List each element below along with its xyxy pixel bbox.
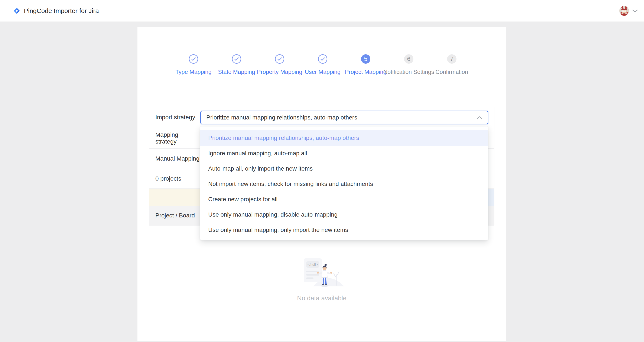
step-check-icon [232, 54, 241, 64]
step-connector [200, 59, 230, 59]
page: PingCode Importer for Jira [0, 0, 644, 342]
step-number: 6 [404, 54, 414, 64]
select-value: Prioritize manual mapping relationships,… [201, 114, 372, 121]
dropdown-option[interactable]: Use only manual mapping, disable auto-ma… [200, 207, 488, 222]
manual-mapping-label: Manual Mapping [150, 155, 200, 162]
null-badge-text: </null> [308, 263, 318, 266]
step-number: 5 [361, 54, 370, 64]
step-label: Notification Settings [383, 68, 434, 76]
brand: PingCode Importer for Jira [14, 7, 99, 14]
import-strategy-select[interactable]: Prioritize manual mapping relationships,… [200, 111, 488, 124]
step-connector [286, 59, 316, 59]
import-strategy-label: Import strategy [150, 114, 200, 121]
dropdown-option[interactable]: Create new projects for all [200, 192, 488, 207]
step-connector [372, 59, 402, 59]
dropdown-option[interactable]: Ignore manual mapping, auto-map all [200, 146, 488, 161]
empty-state-message: No data available [297, 295, 346, 302]
step-property-mapping[interactable]: Property Mapping [258, 54, 301, 76]
step-type-mapping[interactable]: Type Mapping [172, 54, 215, 76]
projects-count-label: 0 projects [150, 175, 200, 182]
project-board-column-header: Project / Board [150, 212, 200, 219]
step-label: Type Mapping [176, 68, 212, 76]
empty-state: </null> [298, 255, 345, 302]
step-confirmation[interactable]: 7 Confirmation [430, 54, 473, 76]
user-menu-chevron-down-icon[interactable] [632, 9, 638, 12]
pingcode-logo-icon [14, 8, 20, 14]
top-bar: PingCode Importer for Jira [0, 0, 644, 21]
step-label: User Mapping [305, 68, 340, 76]
import-strategy-row: Import strategy Prioritize manual mappin… [150, 107, 494, 128]
dropdown-option[interactable]: Use only manual mapping, only import the… [200, 222, 488, 238]
step-notification-settings[interactable]: 6 Notification Settings [387, 54, 430, 76]
mapping-strategy-label: Mapping strategy [150, 131, 200, 145]
step-label: Confirmation [435, 68, 468, 76]
dropdown-option[interactable]: Auto-map all, only import the new items [200, 161, 488, 176]
user-avatar[interactable] [619, 6, 629, 16]
step-label: Project Mapping [345, 68, 386, 76]
step-state-mapping[interactable]: State Mapping [215, 54, 258, 76]
step-connector [330, 59, 359, 59]
main-card: Type Mapping State Mapping Property Mapp… [138, 27, 506, 341]
app-title: PingCode Importer for Jira [24, 7, 99, 14]
step-check-icon [275, 54, 284, 64]
step-user-mapping[interactable]: User Mapping [301, 54, 344, 76]
wizard-stepper: Type Mapping State Mapping Property Mapp… [172, 54, 473, 76]
step-label: State Mapping [218, 68, 255, 76]
step-label: Property Mapping [257, 68, 302, 76]
dropdown-option[interactable]: Prioritize manual mapping relationships,… [200, 130, 488, 146]
dropdown-option[interactable]: Not import new items, check for missing … [200, 176, 488, 192]
chevron-up-icon [477, 116, 482, 120]
step-project-mapping[interactable]: 5 Project Mapping [344, 54, 387, 76]
import-strategy-dropdown: Prioritize manual mapping relationships,… [200, 126, 488, 240]
empty-state-illustration: </null> [298, 255, 345, 289]
step-check-icon [189, 54, 198, 64]
step-connector [416, 59, 445, 59]
step-number: 7 [447, 54, 456, 64]
step-check-icon [318, 54, 327, 64]
step-connector [243, 59, 273, 59]
notice-warning-cell [150, 189, 200, 206]
